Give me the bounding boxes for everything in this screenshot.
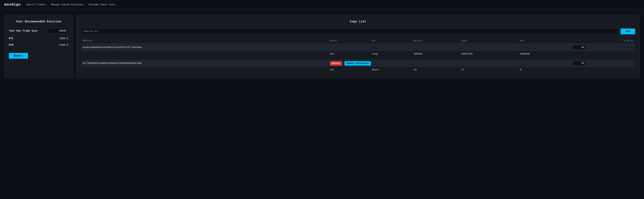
main-content: Your Recommended Position Your Max Trade… xyxy=(0,10,644,83)
pos-asset: btc xyxy=(328,51,370,57)
eth-row: ETH -2500.0 xyxy=(9,44,68,46)
alloc-input[interactable] xyxy=(573,45,586,50)
btc-label: BTC xyxy=(9,37,13,40)
pos-pnl: 2405036 xyxy=(518,51,571,57)
pos-alloc-spacer xyxy=(571,67,635,73)
col-header-size: Size xyxy=(460,38,518,44)
eth-label: ETH xyxy=(9,44,13,46)
col-header-margin: Margin xyxy=(412,38,460,44)
position-row: eth Short 19 27 0 xyxy=(81,67,635,73)
update-button[interactable]: Update xyxy=(9,53,28,59)
max-trade-size-input[interactable] xyxy=(47,28,68,33)
btc-row: BTC 2500.0 xyxy=(9,37,68,40)
spacer-row xyxy=(81,57,635,60)
controls-cell: Delete Update Allocation xyxy=(328,60,571,67)
add-row: Add xyxy=(81,28,635,34)
col-header-alloc: % Alloc xyxy=(571,38,635,44)
update-allocation-button[interactable]: Update Allocation xyxy=(344,61,371,66)
max-trade-size-label: Your Max Trade Size xyxy=(9,30,38,32)
pos-alloc-spacer xyxy=(571,51,635,57)
max-trade-size-row: Your Max Trade Size xyxy=(9,28,68,33)
eth-value: -2500.0 xyxy=(58,44,68,46)
alloc-input[interactable] xyxy=(573,61,586,66)
pos-size: 29457266 xyxy=(460,51,518,57)
pos-pnl: 0 xyxy=(518,67,571,73)
navbar: Wendigo Search Traders Manage Copied Pos… xyxy=(0,0,644,10)
copy-table: Address Asset Dir Margin Size PnL % Allo… xyxy=(81,38,635,73)
position-row: btc Long 583638 29457266 2405036 xyxy=(81,51,635,57)
col-header-asset: Asset xyxy=(328,38,370,44)
pos-size: 27 xyxy=(460,67,518,73)
pos-address-spacer xyxy=(81,51,328,57)
alloc-cell xyxy=(571,60,635,67)
nav-uniswap-tools[interactable]: Uniswap Token Tools xyxy=(89,3,116,6)
col-header-address: Address xyxy=(81,38,328,44)
brand: Wendigo xyxy=(4,3,21,7)
pos-margin: 19 xyxy=(412,67,460,73)
nav-search-traders[interactable]: Search Traders xyxy=(26,3,46,6)
delete-button[interactable]: Delete xyxy=(330,61,342,66)
col-header-pnl: PnL xyxy=(518,38,571,44)
left-panel: Your Recommended Position Your Max Trade… xyxy=(4,15,73,78)
navbar-links: Search Traders Manage Copied Positions U… xyxy=(26,3,116,6)
address-cell: 0xe8c19db00287e3536075114b2576c70773e039… xyxy=(81,44,571,51)
table-header-row: Address Asset Dir Margin Size PnL % Allo… xyxy=(81,38,635,44)
btc-value: 2500.0 xyxy=(59,37,68,40)
left-panel-title: Your Recommended Position xyxy=(9,20,68,23)
address-cell: 0x779b400527494C5C195680cf2D58302648481d… xyxy=(81,60,328,67)
copy-list-title: Copy List xyxy=(81,20,635,23)
pos-asset: eth xyxy=(328,67,370,73)
col-header-dir: Dir xyxy=(370,38,412,44)
table-row: 0xe8c19db00287e3536075114b2576c70773e039… xyxy=(81,44,635,51)
alloc-cell xyxy=(571,44,635,51)
table-row: 0x779b400527494C5C195680cf2D58302648481d… xyxy=(81,60,635,67)
nav-manage-positions[interactable]: Manage Copied Positions xyxy=(51,3,84,6)
pos-dir: Long xyxy=(370,51,412,57)
address-input[interactable] xyxy=(81,28,618,34)
pos-dir: Short xyxy=(370,67,412,73)
pos-address-spacer xyxy=(81,67,328,73)
pos-margin: 583638 xyxy=(412,51,460,57)
add-button[interactable]: Add xyxy=(620,29,635,34)
right-panel: Copy List Add Address Asset Dir Margin S… xyxy=(76,15,640,78)
